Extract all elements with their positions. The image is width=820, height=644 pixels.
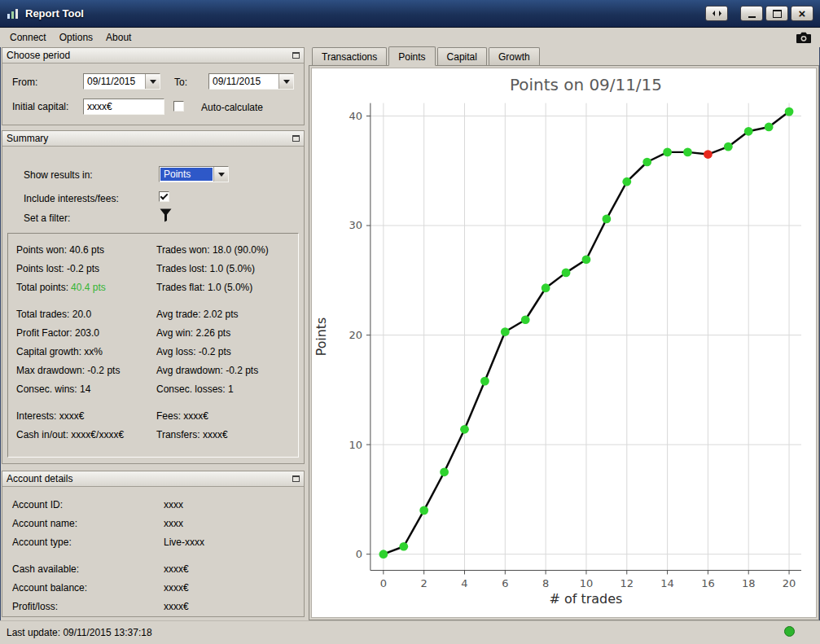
close-button[interactable]: × (791, 6, 813, 21)
menu-connect[interactable]: Connect (3, 28, 53, 46)
stats-row: Consec. wins: 14 Consec. losses: 1 (8, 379, 298, 398)
account-row: Profit/loss: xxxx€ (2, 597, 304, 616)
funnel-icon (160, 208, 172, 222)
stats-row: Points won: 40.6 pts Trades won: 18.0 (9… (8, 240, 298, 259)
float-panel-icon[interactable] (292, 135, 300, 142)
stats-row: Points lost: -0.2 pts Trades lost: 1.0 (… (8, 259, 298, 278)
stats-row: Cash in/out: xxxx€/xxxx€ Transfers: xxxx… (8, 425, 298, 444)
summary-header: Summary (2, 131, 304, 147)
show-results-combo[interactable]: Points (159, 166, 229, 182)
chevron-down-icon (283, 80, 290, 84)
stats-row: Max drawdown: -0.2 pts Avg drawdown: -0.… (8, 361, 298, 379)
svg-text:30: 30 (349, 220, 362, 232)
window-controls: × (703, 6, 813, 21)
minimize-icon (748, 16, 756, 18)
stat-avg-win: Avg win: 2.26 pts (156, 327, 298, 339)
svg-text:20: 20 (783, 577, 796, 589)
tab-transactions[interactable]: Transactions (312, 47, 387, 65)
account-name-value: xxxx (164, 518, 183, 529)
menu-about[interactable]: About (99, 28, 138, 46)
stat-avg-trade: Avg trade: 2.02 pts (156, 309, 298, 320)
svg-text:6: 6 (502, 577, 508, 589)
stats-row: Total trades: 20.0 Avg trade: 2.02 pts (8, 304, 298, 323)
stat-capital-growth: Capital growth: xx% (8, 346, 156, 357)
stat-profit-factor: Profit Factor: 203.0 (8, 327, 156, 339)
account-balance-label: Account balance: (2, 582, 164, 594)
stat-max-drawdown: Max drawdown: -0.2 pts (8, 365, 156, 376)
maximize-icon (773, 10, 782, 18)
from-date-dropdown-button[interactable] (145, 74, 160, 89)
chevron-down-icon (150, 80, 156, 84)
svg-text:# of trades: # of trades (550, 591, 623, 607)
stat-fees: Fees: xxxx€ (156, 410, 298, 422)
cash-available-value: xxxx€ (164, 563, 189, 575)
menu-options[interactable]: Options (53, 28, 99, 46)
svg-text:Points on 09/11/15: Points on 09/11/15 (510, 76, 662, 94)
float-panel-icon[interactable] (292, 475, 300, 482)
account-row: Cash available: xxxx€ (2, 559, 304, 578)
stat-total-points-value: 40.4 pts (71, 282, 106, 293)
camera-icon (796, 31, 812, 44)
summary-title: Summary (7, 133, 48, 144)
stat-points-won: Points won: 40.6 pts (8, 244, 156, 256)
stat-cash-in-out: Cash in/out: xxxx€/xxxx€ (8, 429, 156, 440)
svg-text:0: 0 (356, 548, 362, 560)
tab-page-points: 02468101214161820010203040Points on 09/1… (309, 65, 819, 620)
account-id-value: xxxx (164, 499, 183, 510)
svg-text:12: 12 (620, 577, 634, 589)
auto-calculate-checkbox[interactable] (173, 101, 184, 112)
tab-points[interactable]: Points (388, 46, 435, 66)
svg-text:18: 18 (742, 577, 756, 589)
svg-text:40: 40 (349, 110, 362, 122)
tab-growth[interactable]: Growth (489, 47, 540, 65)
initial-capital-input[interactable]: xxxx€ (83, 99, 164, 115)
cash-available-label: Cash available: (2, 563, 164, 575)
chart-panel: Transactions Points Capital Growth 02468… (309, 47, 819, 620)
initial-capital-label: Initial capital: (12, 101, 68, 112)
to-label: To: (174, 77, 187, 88)
close-icon: × (799, 7, 806, 20)
points-chart: 02468101214161820010203040Points on 09/1… (311, 68, 817, 618)
window-title: Report Tool (25, 7, 84, 20)
stat-total-points: Total points:40.4 pts (8, 282, 156, 293)
profit-loss-value: xxxx€ (164, 601, 189, 612)
to-date-combo[interactable]: 09/11/2015 (208, 73, 294, 90)
show-results-dropdown-button[interactable] (213, 167, 228, 182)
choose-period-header: Choose period (2, 48, 304, 64)
account-row: Account type: Live-xxxx (2, 532, 304, 551)
minimize-button[interactable] (740, 6, 763, 21)
svg-text:20: 20 (349, 329, 362, 341)
svg-text:8: 8 (542, 577, 549, 589)
app-icon (7, 8, 19, 19)
screenshot-button[interactable] (794, 29, 813, 46)
detach-button[interactable] (705, 6, 728, 21)
menubar: Connect Options About (0, 28, 820, 47)
statusbar: Last update: 09/11/2015 13:37:18 (0, 620, 820, 644)
stats-row: Total points:40.4 pts Trades flat: 1.0 (… (8, 278, 298, 296)
stat-consec-losses: Consec. losses: 1 (156, 383, 298, 395)
stat-trades-flat: Trades flat: 1.0 (5.0%) (156, 282, 298, 293)
stat-total-trades: Total trades: 20.0 (8, 309, 156, 320)
tab-capital[interactable]: Capital (437, 47, 487, 65)
stat-transfers: Transfers: xxxx€ (156, 429, 298, 440)
stat-avg-drawdown: Avg drawdown: -0.2 pts (156, 365, 298, 376)
maximize-button[interactable] (765, 6, 788, 21)
profit-loss-label: Profit/loss: (2, 601, 164, 612)
float-panel-icon[interactable] (292, 52, 300, 59)
stat-trades-lost: Trades lost: 1.0 (5.0%) (156, 263, 298, 274)
filter-button[interactable] (160, 208, 172, 222)
include-interests-checkbox[interactable] (159, 191, 169, 202)
to-date-dropdown-button[interactable] (278, 74, 293, 89)
show-results-value: Points (160, 168, 213, 181)
initial-capital-value: xxxx€ (84, 99, 164, 114)
stat-consec-wins: Consec. wins: 14 (8, 383, 156, 395)
account-details-panel: Account details Account ID: xxxx Account… (2, 471, 305, 617)
svg-text:10: 10 (349, 439, 362, 451)
choose-period-panel: Choose period From: 09/11/2015 To: 09/11… (2, 47, 305, 125)
from-date-combo[interactable]: 09/11/2015 (83, 73, 160, 90)
stats-row: Interests: xxxx€ Fees: xxxx€ (8, 406, 298, 425)
account-row: Account ID: xxxx (2, 495, 304, 514)
points-chart-svg: 02468101214161820010203040Points on 09/1… (312, 68, 816, 617)
show-results-label: Show results in: (24, 169, 93, 181)
stats-row: Profit Factor: 203.0 Avg win: 2.26 pts (8, 323, 298, 342)
